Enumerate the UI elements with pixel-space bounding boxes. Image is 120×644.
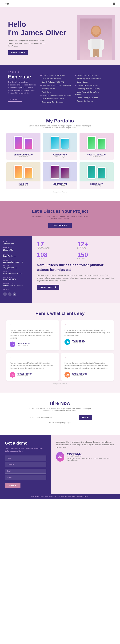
form-row-company	[5, 462, 46, 467]
quote-icon-1: "	[10, 323, 55, 328]
facebook-icon[interactable]: f	[3, 292, 7, 296]
svg-rect-7	[96, 49, 99, 57]
demo-profile-role: APP DEVELOPER	[67, 455, 115, 457]
resume-button[interactable]: RESUME ⬇	[8, 97, 22, 102]
stat-projects-value: 150	[77, 252, 115, 258]
portfolio-item-5[interactable]: MEDITATION APP UI/UX Design	[43, 162, 77, 189]
profile-birthday-label: BIRTHDAY	[3, 247, 29, 249]
discuss-heading: Let's Discuss Your Project	[6, 209, 114, 214]
demo-form: SUBMIT	[5, 456, 46, 488]
portfolio-type-6: UI/UX Design	[81, 185, 112, 187]
testimonial-author-1: CA CELIA ALMEDA CEO Company	[10, 342, 55, 347]
skills-list-1: Brand Development & Advertising Direct R…	[40, 74, 72, 104]
profile-location-row: LOCATION New York, USA	[3, 276, 29, 280]
profile-location-value: New York, USA	[3, 278, 29, 280]
author-role-3: Sales Manager	[17, 375, 32, 376]
instagram-icon[interactable]: in	[13, 292, 16, 296]
stats-section: NAME James Oliver BIRTHDAY 28.05.1985 RO…	[0, 236, 120, 303]
profile-phone-value: +1(97) 987 654 321	[3, 267, 29, 269]
portfolio-thumb-3	[80, 133, 114, 152]
demo-company-input[interactable]	[5, 462, 46, 467]
download-icon: ⬇	[18, 98, 20, 100]
profile-social-row: SOCIAL f t in	[3, 289, 29, 296]
profile-name-row: NAME James Oliver	[3, 241, 29, 245]
logo: logo	[5, 2, 9, 5]
demo-phone-input[interactable]	[5, 475, 46, 480]
hamburger-icon[interactable]: ☰	[113, 2, 115, 6]
profile-location-label: LOCATION	[3, 276, 29, 278]
skill-item: Content Strategy & Execution	[75, 96, 106, 100]
skill-item: Retail Stores	[40, 90, 72, 94]
stat-projects-label: PROJECTS	[77, 258, 115, 260]
twitter-icon[interactable]: t	[8, 292, 12, 296]
quote-icon-3: "	[10, 356, 55, 361]
profile-email-row: EMAIL DESIGNER@EXAMPLE.COM	[3, 260, 29, 263]
avatar-1: CA	[10, 342, 15, 347]
skill-item: Brand Development & Advertising	[40, 74, 72, 77]
portfolio-heading: My Portfolio	[6, 118, 114, 124]
portfolio-label-3: YOGA PRACTICE APP UI/UX Design	[80, 152, 114, 160]
form-row-email	[5, 468, 46, 474]
form-row-name	[5, 456, 46, 460]
profile-email-value: DESIGNER@EXAMPLE.COM	[3, 261, 29, 263]
skill-item: Copywriting (All Web, & Product)	[75, 87, 106, 90]
portfolio-item-6[interactable]: BOOKING APP UI/UX Design	[80, 162, 114, 189]
stats-download-button[interactable]: DOWNLOAD CV ⬇	[37, 284, 59, 290]
skill-item: Direct Response Marketing	[40, 77, 72, 80]
profile-social-label: SOCIAL	[3, 289, 29, 290]
contact-me-button[interactable]: CONTACT ME	[48, 223, 72, 228]
footer-text: Sample text. Click to select the text bo…	[31, 496, 89, 497]
form-row-phone	[5, 475, 46, 480]
profile-role-value: Lead Designer	[3, 255, 29, 257]
demo-heading: Get a demo	[5, 441, 46, 446]
demo-email-input[interactable]	[5, 468, 46, 474]
author-name-1: CELIA ALMEDA	[17, 343, 30, 344]
download-cv-button[interactable]: DOWNLOAD CV	[8, 50, 28, 55]
author-info-3: PHOEBE NELSON Sales Manager	[17, 373, 32, 376]
portfolio-label-1: CROWDFUNDING APP UI/UX Design	[6, 152, 40, 160]
testimonials-section: Here's what clients say " Proin sed libe…	[0, 303, 120, 392]
testimonials-credit: Images from Freepik	[6, 383, 114, 384]
author-name-3: PHOEBE NELSON	[17, 373, 32, 375]
skill-item: Search Marketing: SEO & PPC	[40, 80, 72, 84]
svg-rect-4	[88, 40, 92, 50]
portfolio-type-4: UI/UX Design	[8, 185, 39, 187]
portfolio-item-1[interactable]: CROWDFUNDING APP UI/UX Design	[6, 133, 40, 160]
testimonial-1: " Proin sed libero enim sed faucibus tur…	[6, 320, 59, 350]
avatar-3: PN	[10, 372, 15, 378]
demo-left: Get a demo Lorem ipsum dolor sit amet, c…	[0, 435, 51, 494]
stats-profile: NAME James Oliver BIRTHDAY 28.05.1985 RO…	[0, 236, 32, 303]
testimonial-2: " Proin sed libero enim sed faucibus tur…	[61, 320, 114, 350]
portfolio-type-3: UI/UX Design	[81, 156, 112, 158]
hire-submit-button[interactable]: SUBMIT	[79, 415, 92, 420]
portfolio-item-2[interactable]: WORKOUT APP UI/UX Design	[43, 133, 77, 160]
demo-profile: JO JAMES OLIVER APP DEVELOPER Lorem ipsu…	[56, 452, 115, 462]
portfolio-item-4[interactable]: MUSIC APP UI/UX Design	[6, 162, 40, 189]
hero-image	[77, 15, 115, 60]
download-icon2: ⬇	[55, 286, 56, 288]
author-name-2: FRANK KINNEY	[72, 340, 85, 342]
skills-columns: Brand Development & Advertising Direct R…	[40, 74, 106, 104]
skill-item: Content Design	[75, 80, 106, 84]
discuss-subtext: Let us know your project idea and Get fr…	[30, 216, 90, 219]
email-input[interactable]	[28, 415, 79, 420]
portfolio-thumb-2	[43, 133, 77, 152]
portfolio-item-3[interactable]: YOGA PRACTICE APP UI/UX Design	[80, 133, 114, 160]
demo-name-input[interactable]	[5, 456, 46, 460]
stat-xp-value: 12+	[77, 241, 115, 247]
svg-rect-5	[100, 40, 104, 50]
demo-description: Lorem ipsum dolor sit amet, consectetur …	[5, 447, 46, 452]
svg-rect-2	[92, 39, 100, 49]
demo-profile-name: JAMES OLIVER	[67, 453, 115, 455]
svg-point-3	[92, 26, 100, 35]
portfolio-title-6: BOOKING APP	[81, 183, 112, 185]
skill-item: Influencer Marketing: Podcast & YouTube	[40, 94, 72, 97]
author-role-4: Office Manager	[72, 375, 87, 376]
skill-item: Media Planning & Buying (up to $100MM)	[75, 90, 106, 96]
author-role-2: Financial Director	[72, 342, 85, 344]
stat-clients: 108 CLIENTS	[37, 252, 75, 260]
profile-website-label: WEBSITE	[3, 271, 29, 272]
testimonial-3: " Proin sed libero enim sed faucibus tur…	[6, 353, 59, 381]
demo-submit-button[interactable]: SUBMIT	[5, 483, 21, 488]
profile-birthday-row: BIRTHDAY 28.05.1985	[3, 247, 29, 251]
